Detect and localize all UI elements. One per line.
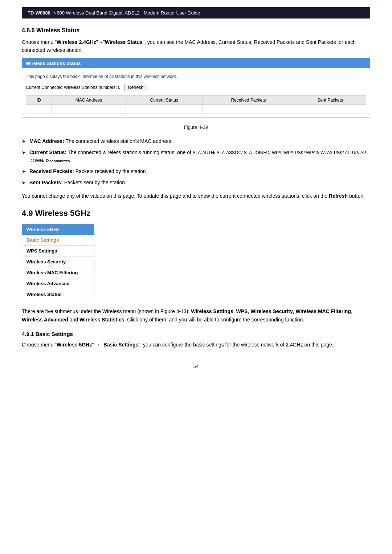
- section-49: 4.9 Wireless 5GHz Wireless 5GHz Basic Se…: [22, 209, 370, 324]
- bullet-arrow-3: ➤: [22, 168, 26, 176]
- station-table: ID MAC Address Current Status Received P…: [26, 95, 366, 114]
- col-sent: Sent Packets: [294, 95, 366, 104]
- bullet-arrow-2: ➤: [22, 149, 26, 157]
- section-486-heading: 4.8.6 Wireless Status: [22, 27, 370, 34]
- bullet-received: ➤ Received Packets: Packets received by …: [22, 167, 370, 176]
- page-number: 54: [22, 364, 370, 369]
- section-486-footer: You cannot change any of the values on t…: [22, 192, 370, 200]
- menu-item-wireless-mac-filtering[interactable]: Wireless MAC Filtering: [22, 267, 94, 278]
- menu-box-header: Wireless 5GHz: [22, 224, 94, 235]
- bullet-arrow-1: ➤: [22, 138, 26, 145]
- empty-row: [26, 104, 366, 114]
- bullet-list: ➤ MAC Address: The connected wireless st…: [22, 137, 370, 187]
- model-name: TD-W8980: [28, 10, 50, 16]
- section-486: 4.8.6 Wireless Status Choose menu "Wirel…: [22, 27, 370, 200]
- wireless-table-header: Wireless Stations Status: [22, 58, 370, 68]
- menu-item-wps-settings[interactable]: WPS Settings: [22, 246, 94, 257]
- header-bar: TD-W8980 N600 Wireless Dual Band Gigabit…: [22, 7, 370, 19]
- table-description: This page displays the basic information…: [26, 73, 366, 80]
- bullet-sent-text: Sent Packets: Packets sent by the statio…: [29, 178, 125, 186]
- menu-item-wireless-advanced[interactable]: Wireless Advanced: [22, 278, 94, 289]
- bullet-mac: ➤ MAC Address: The connected wireless st…: [22, 137, 370, 145]
- bullet-sent: ➤ Sent Packets: Packets sent by the stat…: [22, 178, 370, 187]
- bullet-mac-text: MAC Address: The connected wireless stat…: [29, 137, 171, 145]
- figure-caption: Figure 4-39: [22, 124, 370, 131]
- col-received: Received Packets: [203, 95, 294, 104]
- menu-item-wireless-status[interactable]: Wireless Status: [22, 289, 94, 300]
- bullet-received-text: Received Packets: Packets received by th…: [29, 167, 146, 175]
- bullet-current-status-text: Current Status: The connected wireless s…: [29, 148, 370, 165]
- section-49-heading: 4.9 Wireless 5GHz: [22, 209, 370, 218]
- menu-item-wireless-security[interactable]: Wireless Security: [22, 257, 94, 267]
- menu-item-basic-settings[interactable]: Basic Settings: [22, 235, 94, 246]
- current-connected-label: Current Connected Wireless Stations numb…: [26, 85, 121, 90]
- section-491-text: Choose menu "Wireless 5GHz" → "Basic Set…: [22, 341, 370, 349]
- refresh-button[interactable]: Refresh: [124, 84, 147, 91]
- col-current-status: Current Status: [126, 95, 203, 104]
- col-id: ID: [26, 95, 52, 104]
- bullet-current-status: ➤ Current Status: The connected wireless…: [22, 148, 370, 165]
- section-491-heading: 4.9.1 Basic Settings: [22, 331, 370, 337]
- header-title: N600 Wireless Dual Band Gigabit ADSL2+ M…: [53, 10, 200, 16]
- current-connected-row: Current Connected Wireless Stations numb…: [26, 84, 366, 91]
- col-mac: MAC Address: [52, 95, 126, 104]
- wireless-5ghz-menu: Wireless 5GHz Basic Settings WPS Setting…: [22, 224, 94, 300]
- section-486-intro: Choose menu "Wireless 2.4GHz"→"Wireless …: [22, 38, 370, 54]
- bullet-arrow-4: ➤: [22, 179, 26, 187]
- wireless-table-body: This page displays the basic information…: [22, 68, 370, 118]
- section-491: 4.9.1 Basic Settings Choose menu "Wirele…: [22, 331, 370, 349]
- wireless-stations-table: Wireless Stations Status This page displ…: [22, 58, 370, 118]
- section-49-description: There are five submenus under the Wirele…: [22, 307, 370, 324]
